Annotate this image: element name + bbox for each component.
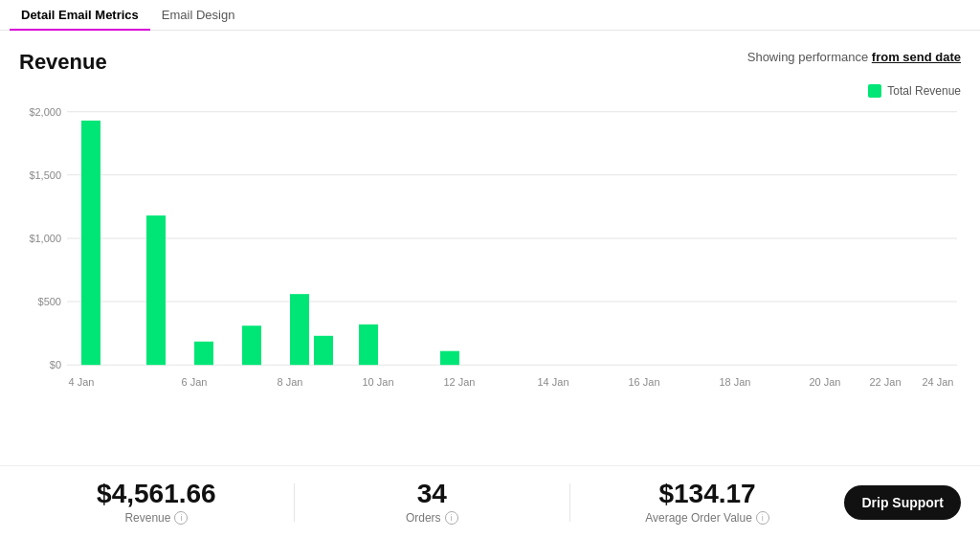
chart-legend: Total Revenue	[19, 84, 961, 98]
stat-orders: 34 Orders i	[295, 480, 569, 525]
svg-text:20 Jan: 20 Jan	[810, 375, 841, 387]
svg-rect-17	[440, 351, 459, 366]
svg-rect-15	[314, 336, 333, 365]
svg-text:14 Jan: 14 Jan	[538, 375, 569, 387]
drip-support-button[interactable]: Drip Support	[844, 485, 961, 520]
svg-text:24 Jan: 24 Jan	[923, 375, 954, 387]
performance-link[interactable]: from send date	[872, 50, 961, 64]
svg-text:10 Jan: 10 Jan	[363, 375, 394, 387]
tab-detail-email-metrics[interactable]: Detail Email Metrics	[10, 0, 150, 30]
tab-bar: Detail Email Metrics Email Design	[0, 0, 980, 31]
svg-text:$1,000: $1,000	[29, 233, 61, 244]
svg-text:22 Jan: 22 Jan	[870, 375, 902, 387]
orders-label: Orders i	[406, 511, 458, 525]
revenue-label: Revenue i	[124, 511, 188, 525]
footer-stats: $4,561.66 Revenue i 34 Orders i $134.17 …	[0, 465, 980, 538]
svg-text:12 Jan: 12 Jan	[444, 375, 476, 387]
avg-order-info-icon[interactable]: i	[756, 511, 769, 525]
svg-text:16 Jan: 16 Jan	[629, 375, 660, 387]
svg-text:18 Jan: 18 Jan	[720, 375, 751, 387]
svg-text:$1,500: $1,500	[29, 169, 61, 181]
svg-text:6 Jan: 6 Jan	[182, 375, 208, 387]
stat-avg-order: $134.17 Average Order Value i	[570, 480, 845, 525]
svg-text:8 Jan: 8 Jan	[278, 375, 303, 387]
svg-text:$0: $0	[50, 359, 61, 370]
revenue-value: $4,561.66	[97, 480, 216, 509]
orders-info-icon[interactable]: i	[445, 511, 458, 525]
legend-color-dot	[868, 84, 881, 98]
svg-text:$500: $500	[38, 296, 61, 307]
svg-rect-13	[242, 325, 261, 365]
svg-rect-14	[290, 294, 309, 365]
avg-order-label: Average Order Value i	[645, 511, 769, 525]
legend-label: Total Revenue	[887, 84, 961, 98]
performance-label: Showing performance from send date	[747, 50, 961, 64]
stat-revenue: $4,561.66 Revenue i	[19, 480, 294, 525]
page-title: Revenue	[19, 50, 107, 75]
revenue-chart: $2,000 $1,500 $1,000 $500 $0	[19, 101, 961, 408]
svg-text:4 Jan: 4 Jan	[69, 375, 95, 387]
avg-order-value: $134.17	[658, 480, 755, 509]
orders-value: 34	[417, 480, 447, 509]
svg-rect-10	[81, 121, 100, 365]
chart-svg: $2,000 $1,500 $1,000 $500 $0	[19, 101, 961, 408]
svg-rect-11	[146, 215, 166, 365]
svg-rect-12	[194, 342, 213, 365]
tab-email-design[interactable]: Email Design	[150, 0, 247, 30]
main-content: Revenue Showing performance from send da…	[0, 31, 980, 417]
header-row: Revenue Showing performance from send da…	[19, 50, 961, 75]
revenue-info-icon[interactable]: i	[174, 511, 188, 525]
svg-text:$2,000: $2,000	[29, 106, 61, 118]
svg-rect-16	[359, 325, 378, 365]
